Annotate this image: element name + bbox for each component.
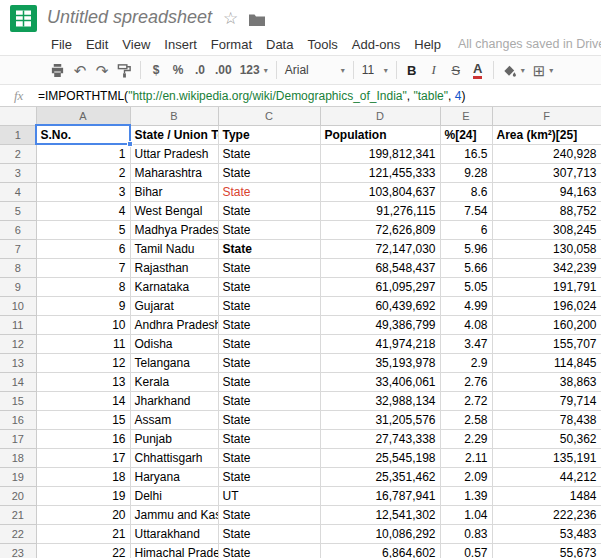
cell-D16[interactable]: 31,205,576 — [320, 410, 440, 429]
cell-B2[interactable]: Uttar Pradesh — [130, 144, 218, 163]
cell-F21[interactable]: 222,236 — [492, 505, 601, 524]
fill-handle[interactable] — [127, 141, 133, 147]
cell-F14[interactable]: 38,863 — [492, 372, 601, 391]
cell-D19[interactable]: 25,351,462 — [320, 467, 440, 486]
cell-C17[interactable]: State — [218, 429, 320, 448]
cell-E20[interactable]: 1.39 — [440, 486, 492, 505]
cell-A15[interactable]: 14 — [36, 391, 130, 410]
menu-add-ons[interactable]: Add-ons — [345, 37, 407, 52]
cell-C20[interactable]: UT — [218, 486, 320, 505]
cell-A17[interactable]: 16 — [36, 429, 130, 448]
cell-A14[interactable]: 13 — [36, 372, 130, 391]
cell-E4[interactable]: 8.6 — [440, 182, 492, 201]
cell-D22[interactable]: 10,086,292 — [320, 524, 440, 543]
cell-B9[interactable]: Karnataka — [130, 277, 218, 296]
cell-C12[interactable]: State — [218, 334, 320, 353]
cell-C4[interactable]: State — [218, 182, 320, 201]
cell-C3[interactable]: State — [218, 163, 320, 182]
cell-F15[interactable]: 79,714 — [492, 391, 601, 410]
cell-C14[interactable]: State — [218, 372, 320, 391]
cell-B21[interactable]: Jammu and Kashmir — [130, 505, 218, 524]
cell-F3[interactable]: 307,713 — [492, 163, 601, 182]
cell-C23[interactable]: State — [218, 543, 320, 558]
cell-A2[interactable]: 1 — [36, 144, 130, 163]
cell-A9[interactable]: 8 — [36, 277, 130, 296]
cell-B20[interactable]: Delhi — [130, 486, 218, 505]
cell-F5[interactable]: 88,752 — [492, 201, 601, 220]
increase-decimal-button[interactable]: .00 — [211, 58, 236, 82]
row-header-16[interactable]: 16 — [0, 410, 36, 429]
cell-E2[interactable]: 16.5 — [440, 144, 492, 163]
menu-data[interactable]: Data — [259, 37, 300, 52]
cell-F6[interactable]: 308,245 — [492, 220, 601, 239]
cell-F7[interactable]: 130,058 — [492, 239, 601, 258]
row-header-14[interactable]: 14 — [0, 372, 36, 391]
cell-A11[interactable]: 10 — [36, 315, 130, 334]
cell-C7[interactable]: State — [218, 239, 320, 258]
cell-D4[interactable]: 103,804,637 — [320, 182, 440, 201]
row-header-13[interactable]: 13 — [0, 353, 36, 372]
cell-A21[interactable]: 20 — [36, 505, 130, 524]
cell-B1[interactable]: State / Union Territory — [130, 125, 218, 144]
cell-C1[interactable]: Type — [218, 125, 320, 144]
cell-F22[interactable]: 53,483 — [492, 524, 601, 543]
cell-F12[interactable]: 155,707 — [492, 334, 601, 353]
cell-E1[interactable]: %[24] — [440, 125, 492, 144]
cell-B16[interactable]: Assam — [130, 410, 218, 429]
cell-D9[interactable]: 61,095,297 — [320, 277, 440, 296]
cell-D20[interactable]: 16,787,941 — [320, 486, 440, 505]
cell-F4[interactable]: 94,163 — [492, 182, 601, 201]
cell-B23[interactable]: Himachal Pradesh — [130, 543, 218, 558]
cell-C19[interactable]: State — [218, 467, 320, 486]
cell-D5[interactable]: 91,276,115 — [320, 201, 440, 220]
cell-B18[interactable]: Chhattisgarh — [130, 448, 218, 467]
menu-edit[interactable]: Edit — [79, 37, 115, 52]
column-header-d[interactable]: D — [320, 107, 440, 125]
row-header-22[interactable]: 22 — [0, 524, 36, 543]
cell-E23[interactable]: 0.57 — [440, 543, 492, 558]
cell-E12[interactable]: 3.47 — [440, 334, 492, 353]
cell-A22[interactable]: 21 — [36, 524, 130, 543]
format-percent-button[interactable]: % — [167, 58, 189, 82]
font-size-select[interactable]: 11 ▾ — [358, 58, 392, 82]
select-all-corner[interactable] — [0, 107, 36, 125]
row-header-21[interactable]: 21 — [0, 505, 36, 524]
strikethrough-button[interactable]: S — [445, 58, 467, 82]
column-header-b[interactable]: B — [130, 107, 218, 125]
decrease-decimal-button[interactable]: .0 — [189, 58, 211, 82]
paint-format-button[interactable] — [113, 58, 136, 82]
row-header-23[interactable]: 23 — [0, 543, 36, 558]
cell-E14[interactable]: 2.76 — [440, 372, 492, 391]
column-header-c[interactable]: C — [218, 107, 320, 125]
cell-E3[interactable]: 9.28 — [440, 163, 492, 182]
cell-A23[interactable]: 22 — [36, 543, 130, 558]
cell-A1[interactable]: S.No. — [36, 125, 130, 144]
cell-A10[interactable]: 9 — [36, 296, 130, 315]
cell-E8[interactable]: 5.66 — [440, 258, 492, 277]
cell-C18[interactable]: State — [218, 448, 320, 467]
cell-D1[interactable]: Population — [320, 125, 440, 144]
cell-B3[interactable]: Maharashtra — [130, 163, 218, 182]
cell-E22[interactable]: 0.83 — [440, 524, 492, 543]
row-header-10[interactable]: 10 — [0, 296, 36, 315]
cell-B19[interactable]: Haryana — [130, 467, 218, 486]
font-family-select[interactable]: Arial ▾ — [281, 58, 349, 82]
cell-F16[interactable]: 78,438 — [492, 410, 601, 429]
borders-button[interactable]: ⊞ ▾ — [529, 58, 558, 82]
sheets-logo-icon[interactable] — [10, 5, 37, 32]
row-header-19[interactable]: 19 — [0, 467, 36, 486]
row-header-20[interactable]: 20 — [0, 486, 36, 505]
cell-E19[interactable]: 2.09 — [440, 467, 492, 486]
star-icon[interactable]: ☆ — [223, 8, 238, 29]
row-header-12[interactable]: 12 — [0, 334, 36, 353]
undo-button[interactable]: ↶ — [69, 58, 91, 82]
cell-D3[interactable]: 121,455,333 — [320, 163, 440, 182]
cell-B11[interactable]: Andhra Pradesh — [130, 315, 218, 334]
cell-E9[interactable]: 5.05 — [440, 277, 492, 296]
cell-F17[interactable]: 50,362 — [492, 429, 601, 448]
cell-C9[interactable]: State — [218, 277, 320, 296]
column-header-e[interactable]: E — [440, 107, 492, 125]
cell-F13[interactable]: 114,845 — [492, 353, 601, 372]
row-header-2[interactable]: 2 — [0, 144, 36, 163]
cell-A6[interactable]: 5 — [36, 220, 130, 239]
